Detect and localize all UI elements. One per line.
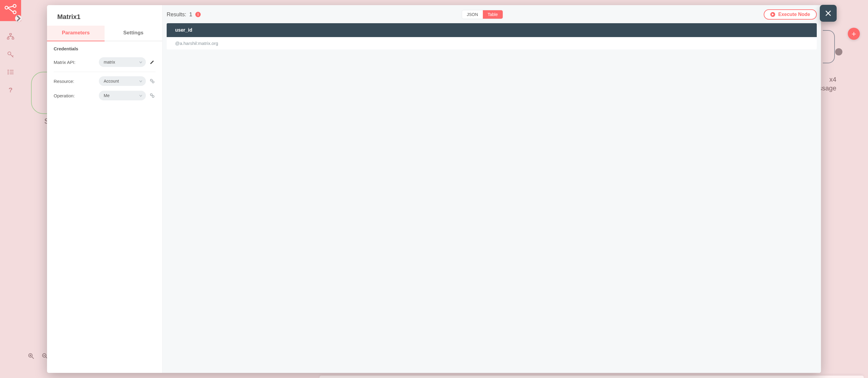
svg-point-23: [152, 81, 154, 83]
select-resource-value: Account: [104, 79, 119, 84]
svg-point-13: [7, 73, 9, 74]
pencil-icon: [150, 60, 155, 64]
svg-point-0: [5, 6, 8, 9]
help-icon[interactable]: ?: [8, 86, 12, 94]
label-operation: Operation:: [54, 93, 96, 98]
plus-icon: +: [851, 29, 856, 39]
table-row: @a.harshil:matrix.org: [167, 37, 817, 50]
brand-tile[interactable]: [0, 0, 21, 21]
workflows-icon[interactable]: [7, 33, 14, 40]
chevron-down-icon: [139, 93, 142, 98]
chevron-down-icon: [139, 79, 142, 84]
select-operation[interactable]: Me: [99, 91, 146, 100]
sidebar-expand-toggle[interactable]: [15, 15, 22, 22]
modal-title: Matrix1: [47, 5, 162, 26]
bottom-panel[interactable]: [319, 376, 864, 378]
left-sidebar: ?: [0, 0, 21, 378]
chevron-down-icon: [139, 60, 142, 64]
svg-rect-5: [10, 33, 11, 35]
svg-marker-26: [772, 13, 774, 16]
modal-tabs: Parameters Settings: [47, 26, 162, 41]
modal-right-panel: Results: 1 i JSON Table Execute Node use…: [162, 5, 821, 373]
svg-line-3: [7, 6, 13, 8]
svg-rect-7: [12, 38, 14, 39]
label-resource: Resource:: [54, 79, 96, 84]
execute-node-button[interactable]: Execute Node: [764, 9, 817, 20]
results-label-prefix: Results:: [167, 11, 186, 18]
add-node-button[interactable]: +: [848, 28, 860, 40]
results-count: 1: [189, 11, 192, 18]
svg-point-24: [150, 94, 152, 96]
tab-parameters[interactable]: Parameters: [47, 26, 104, 41]
svg-line-4: [7, 7, 13, 12]
view-json[interactable]: JSON: [462, 10, 483, 19]
zoom-controls: [26, 351, 50, 361]
field-resource: Resource: Account: [54, 74, 156, 88]
zoom-in-button[interactable]: [26, 351, 36, 361]
gear-icon: [150, 78, 155, 84]
field-matrix-api: Matrix API: matrix: [54, 55, 156, 69]
svg-point-25: [152, 96, 154, 97]
info-icon[interactable]: i: [195, 12, 201, 17]
svg-point-22: [150, 79, 152, 81]
canvas-right-node[interactable]: [823, 30, 835, 63]
sidebar-nav: ?: [7, 33, 14, 94]
list-icon[interactable]: [7, 69, 14, 75]
tab-settings[interactable]: Settings: [104, 26, 162, 41]
svg-rect-6: [7, 38, 9, 39]
select-matrix-api[interactable]: matrix: [99, 57, 146, 67]
svg-line-16: [32, 357, 34, 359]
select-resource[interactable]: Account: [99, 76, 146, 86]
view-toggle: JSON Table: [462, 10, 503, 19]
edit-credential-button[interactable]: [149, 59, 156, 65]
node-editor-modal: Matrix1 Parameters Settings Credentials …: [47, 5, 821, 373]
svg-point-9: [7, 70, 9, 71]
close-button[interactable]: [820, 5, 837, 22]
svg-point-1: [13, 4, 16, 7]
credentials-heading: Credentials: [54, 46, 156, 51]
play-icon: [770, 12, 775, 17]
results-table: user_id @a.harshil:matrix.org: [167, 23, 817, 50]
select-operation-value: Me: [104, 93, 110, 98]
svg-point-8: [8, 52, 11, 55]
chevron-right-icon: [15, 11, 22, 25]
view-table[interactable]: Table: [483, 10, 502, 19]
divider: [54, 72, 156, 72]
close-icon: [825, 10, 832, 17]
table-header: user_id: [167, 23, 817, 37]
execute-node-label: Execute Node: [778, 12, 810, 17]
label-matrix-api: Matrix API:: [54, 60, 96, 65]
results-label: Results: 1 i: [167, 11, 201, 18]
field-gear-operation[interactable]: [149, 92, 156, 99]
node-output-dot[interactable]: [835, 48, 842, 56]
svg-point-11: [7, 71, 9, 73]
parameters-body: Credentials Matrix API: matrix Resour: [47, 41, 162, 107]
select-matrix-api-value: matrix: [104, 60, 115, 64]
results-topbar: Results: 1 i JSON Table Execute Node: [167, 9, 817, 23]
gear-icon: [150, 93, 155, 98]
zoom-in-icon: [28, 353, 34, 359]
field-operation: Operation: Me: [54, 88, 156, 103]
key-icon[interactable]: [7, 51, 14, 58]
modal-left-panel: Matrix1 Parameters Settings Credentials …: [47, 5, 162, 373]
field-gear-resource[interactable]: [149, 78, 156, 85]
